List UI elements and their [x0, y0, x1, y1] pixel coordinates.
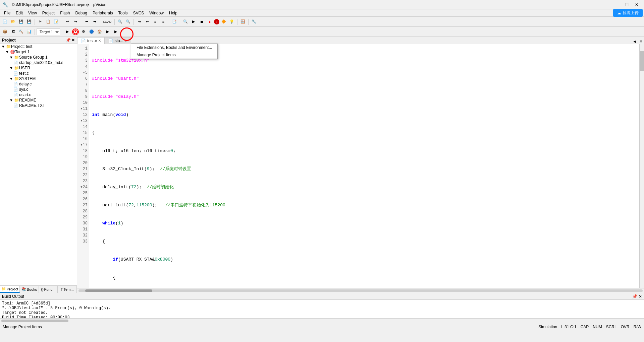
tree-target1[interactable]: ▼ 🎯 Target 1	[0, 49, 77, 55]
tree-startup[interactable]: 📄 startup_stm32f10x_md.s	[0, 60, 77, 65]
cloud-upload-button[interactable]: ☁ 拉境上传	[613, 9, 643, 17]
code-content[interactable]: #include "stm32f10x.h" #include "usart.h…	[89, 44, 639, 288]
ctx-file-extensions[interactable]: File Extensions, Books and Environment..…	[131, 44, 217, 51]
tree-project-root[interactable]: ▼ 📁 Project: test	[0, 44, 77, 49]
editor-scrollbar[interactable]	[639, 44, 644, 288]
editor-tab-testc[interactable]: 📄 test.c ✕	[77, 37, 105, 44]
tb-stop[interactable]: ⏹	[198, 18, 205, 25]
horizontal-scrollbar[interactable]	[77, 288, 644, 293]
tb2-chart[interactable]: 📊	[25, 28, 33, 36]
tb-bp4[interactable]: 💡	[228, 18, 235, 25]
tree-system[interactable]: ▼ 📁 SYSTEM	[0, 76, 77, 81]
menu-project[interactable]: Project	[40, 9, 57, 17]
code-line-2: #include "usart.h"	[92, 76, 637, 82]
tb-paste[interactable]: 📝	[53, 18, 60, 25]
tb-run[interactable]: ▶	[190, 18, 197, 25]
tree-usartc[interactable]: 📄 usart.c	[0, 92, 77, 97]
sep-4	[100, 19, 100, 25]
ln-10: 10	[78, 100, 88, 106]
hscroll-track[interactable]	[78, 289, 643, 292]
tb-undo[interactable]: ↩	[64, 18, 71, 25]
tree-user[interactable]: ▼ 📁 USER	[0, 65, 77, 71]
tb-save[interactable]: 💾	[17, 18, 25, 25]
editor-nav-fwd[interactable]: ✕	[638, 39, 644, 44]
build-hscroll[interactable]	[0, 318, 644, 323]
menu-file[interactable]: File	[1, 9, 13, 17]
tb-indent-less[interactable]: ≡	[160, 18, 167, 25]
close-button[interactable]: ✕	[632, 1, 641, 8]
menu-window[interactable]: Window	[147, 9, 166, 17]
sidebar-tab-project[interactable]: 📁 Project	[0, 286, 20, 293]
tb-indent-out[interactable]: ⇤	[144, 18, 151, 25]
sidebar-pin[interactable]: 📌	[66, 38, 71, 43]
tb-findfile[interactable]: 🔍	[124, 18, 132, 25]
build-hscroll-thumb[interactable]	[1, 320, 68, 322]
editor-scroll-thumb[interactable]	[640, 51, 644, 71]
minimize-button[interactable]: —	[612, 1, 621, 8]
build-close-icon[interactable]: ✕	[639, 294, 642, 299]
editor-nav-back[interactable]: ◄	[631, 39, 638, 44]
tb-redo[interactable]: ↪	[72, 18, 79, 25]
tb-indent-more[interactable]: ≡	[152, 18, 159, 25]
tb2-more[interactable]: ▶	[104, 28, 111, 36]
tb-bp2[interactable]: ○	[214, 19, 219, 24]
tree-source-group[interactable]: ▼ 📁 Source Group 1	[0, 55, 77, 60]
tb-open[interactable]: 📂	[9, 18, 17, 25]
tree-readmetxt[interactable]: 📄 README.TXT	[0, 103, 77, 108]
tb2-build[interactable]: 🔨	[17, 28, 25, 36]
menu-flash[interactable]: Flash	[57, 9, 72, 17]
ln-28: 28	[78, 208, 88, 214]
tb2-pause[interactable]	[72, 28, 79, 36]
menu-view[interactable]: View	[25, 9, 40, 17]
sidebar-tab-func[interactable]: {} Func...	[39, 286, 58, 293]
tb-breakpoint[interactable]: ●	[206, 18, 213, 25]
tb2-debug[interactable]: ⚙	[80, 28, 87, 36]
tb2-options[interactable]: 🏠	[96, 28, 103, 36]
target-select[interactable]: Target 1	[37, 28, 60, 35]
target-label: Target 1	[15, 50, 30, 54]
menu-edit[interactable]: Edit	[13, 9, 25, 17]
editor-tab-startup[interactable]: 📄 sta... ✕	[105, 37, 131, 44]
menu-debug[interactable]: Debug	[73, 9, 90, 17]
sg-icon: 📁	[14, 55, 19, 60]
tb-window[interactable]: 🪟	[239, 18, 247, 25]
tb2-rebuild[interactable]: 🏗	[9, 28, 17, 36]
sidebar-close[interactable]: ✕	[71, 38, 75, 43]
editor-tab-testc-close[interactable]: ✕	[98, 39, 101, 43]
tb-fwd[interactable]: ➡	[91, 18, 98, 25]
tree-readme-folder[interactable]: ▼ 📁 README	[0, 97, 77, 103]
ctx-manage-project[interactable]: Manage Project Items	[131, 51, 217, 59]
tree-delayc[interactable]: 📄 delay.c	[0, 81, 77, 87]
testc-icon: 📄	[13, 71, 18, 76]
sidebar-tab-tem[interactable]: T Tem...	[58, 286, 77, 293]
menu-peripherals[interactable]: Peripherals	[90, 9, 116, 17]
tb-new[interactable]: 📄	[1, 18, 9, 25]
tb-fileext[interactable]: 📑	[171, 18, 178, 25]
tree-sysc[interactable]: 📄 sys.c	[0, 87, 77, 92]
build-pin-icon[interactable]: 📌	[632, 294, 637, 299]
menu-tools[interactable]: Tools	[116, 9, 130, 17]
tb-copy[interactable]: 📋	[45, 18, 52, 25]
tb-load[interactable]: LOAD	[102, 18, 113, 25]
code-line-11: {	[92, 238, 637, 245]
tb2-breakpt[interactable]: 🔵	[88, 28, 95, 36]
tree-testc[interactable]: 📄 test.c	[0, 71, 77, 76]
tb2-extra[interactable]: ▶	[112, 28, 119, 36]
ln-23: 23	[78, 178, 88, 184]
tb-indent-in[interactable]: ⇥	[136, 18, 143, 25]
tb2-pkg[interactable]: 📦	[1, 28, 9, 36]
editor-tab-startup-close[interactable]: ✕	[125, 39, 127, 43]
tb-back[interactable]: ⬅	[83, 18, 90, 25]
tb2-play[interactable]: ▶	[64, 28, 71, 36]
menu-help[interactable]: Help	[166, 9, 180, 17]
tb-settings[interactable]: 🔧	[250, 18, 258, 25]
tb-bp3[interactable]: 🔶	[220, 18, 227, 25]
tb-saveall[interactable]: 💾	[25, 18, 33, 25]
sidebar-tab-books[interactable]: 📚 Books	[20, 286, 39, 293]
restore-button[interactable]: ❐	[622, 1, 631, 8]
tb-magnify[interactable]: 🔍	[182, 18, 189, 25]
hscroll-thumb[interactable]	[85, 289, 152, 292]
menu-svcs[interactable]: SVCS	[130, 9, 147, 17]
tb-cut[interactable]: ✂	[37, 18, 44, 25]
tb-find[interactable]: 🔍	[116, 18, 124, 25]
